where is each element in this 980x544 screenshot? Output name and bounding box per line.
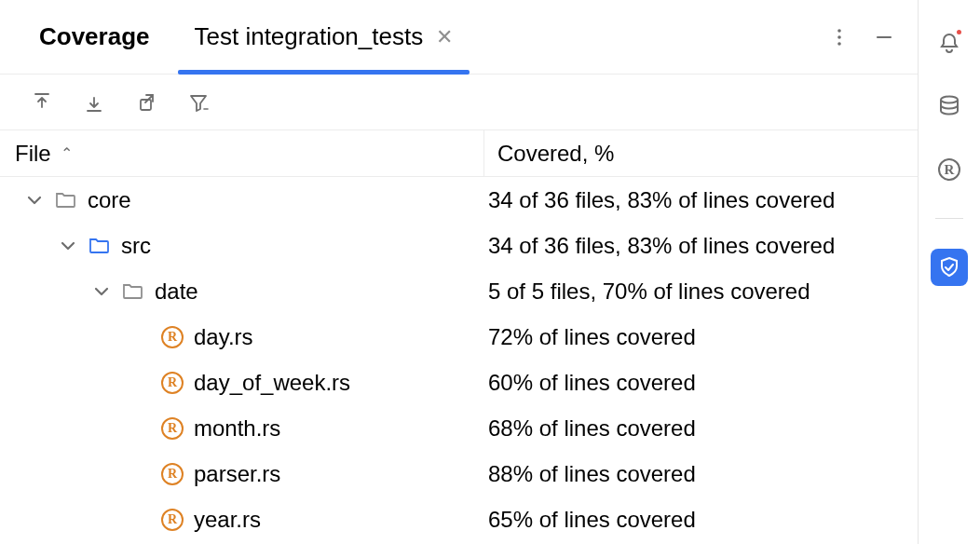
minimize-icon[interactable]	[862, 15, 906, 60]
coverage-text: 65% of lines covered	[484, 507, 918, 533]
coverage-text: 5 of 5 files, 70% of lines covered	[484, 279, 918, 305]
folder-icon	[121, 279, 145, 304]
tab-integration-tests[interactable]: Test integration_tests ✕	[178, 0, 470, 74]
toolbar	[0, 75, 918, 130]
node-name: day_of_week.rs	[194, 370, 350, 396]
node-name: day.rs	[194, 324, 253, 350]
tree-row-file[interactable]: R year.rs 65% of lines covered	[0, 496, 918, 542]
rust-file-icon: R	[160, 371, 184, 395]
column-label: File	[15, 141, 51, 167]
filter-icon[interactable]	[181, 85, 216, 120]
navigate-down-icon[interactable]	[76, 85, 112, 120]
chevron-down-icon[interactable]	[91, 281, 112, 302]
database-icon[interactable]	[931, 88, 968, 125]
node-name: parser.rs	[194, 461, 280, 487]
notifications-icon[interactable]	[931, 24, 968, 61]
navigate-up-icon[interactable]	[24, 85, 60, 120]
chevron-down-icon[interactable]	[24, 190, 45, 211]
column-label: Covered, %	[497, 141, 614, 167]
node-name: core	[88, 187, 131, 213]
tree-row-file[interactable]: R day_of_week.rs 60% of lines covered	[0, 360, 918, 405]
coverage-text: 34 of 36 files, 83% of lines covered	[484, 233, 918, 259]
tree-row-folder[interactable]: core 34 of 36 files, 83% of lines covere…	[0, 177, 918, 223]
tab-bar: Coverage Test integration_tests ✕	[0, 0, 918, 75]
tree-row-folder[interactable]: src 34 of 36 files, 83% of lines covered	[0, 223, 918, 268]
tree-row-file[interactable]: R parser.rs 88% of lines covered	[0, 451, 918, 496]
shield-icon[interactable]	[931, 249, 968, 286]
coverage-text: 88% of lines covered	[484, 461, 918, 487]
coverage-text: 68% of lines covered	[484, 415, 918, 442]
coverage-text: 72% of lines covered	[484, 324, 918, 350]
tab-coverage[interactable]: Coverage	[22, 0, 167, 74]
folder-icon	[54, 188, 78, 212]
coverage-text: 34 of 36 files, 83% of lines covered	[484, 187, 918, 213]
chevron-down-icon[interactable]	[58, 236, 78, 256]
rust-icon[interactable]	[931, 151, 968, 188]
tab-label: Coverage	[39, 22, 150, 51]
tab-label: Test integration_tests	[195, 22, 424, 51]
external-link-icon[interactable]	[129, 85, 164, 120]
coverage-panel: Coverage Test integration_tests ✕ File ⌃…	[0, 0, 919, 544]
more-icon[interactable]	[817, 15, 862, 60]
close-icon[interactable]: ✕	[436, 25, 453, 49]
column-header-file[interactable]: File ⌃	[0, 130, 484, 176]
tree-row-file[interactable]: R day.rs 72% of lines covered	[0, 314, 918, 360]
node-name: year.rs	[194, 507, 261, 533]
rust-file-icon: R	[160, 462, 184, 486]
coverage-text: 60% of lines covered	[484, 370, 918, 396]
tree: core 34 of 36 files, 83% of lines covere…	[0, 177, 918, 544]
sort-ascending-icon: ⌃	[61, 144, 73, 162]
node-name: month.rs	[194, 415, 280, 442]
right-tool-rail	[919, 0, 980, 544]
folder-icon	[88, 234, 112, 258]
tree-row-folder[interactable]: date 5 of 5 files, 70% of lines covered	[0, 268, 918, 314]
column-header-covered[interactable]: Covered, %	[484, 130, 918, 176]
rail-separator	[935, 218, 963, 219]
rust-file-icon: R	[160, 508, 184, 532]
notification-badge	[955, 28, 963, 36]
rust-file-icon: R	[160, 416, 184, 441]
node-name: src	[121, 233, 151, 259]
node-name: date	[155, 279, 198, 305]
tree-row-file[interactable]: R month.rs 68% of lines covered	[0, 405, 918, 451]
rust-file-icon: R	[160, 325, 184, 349]
column-headers: File ⌃ Covered, %	[0, 130, 918, 177]
